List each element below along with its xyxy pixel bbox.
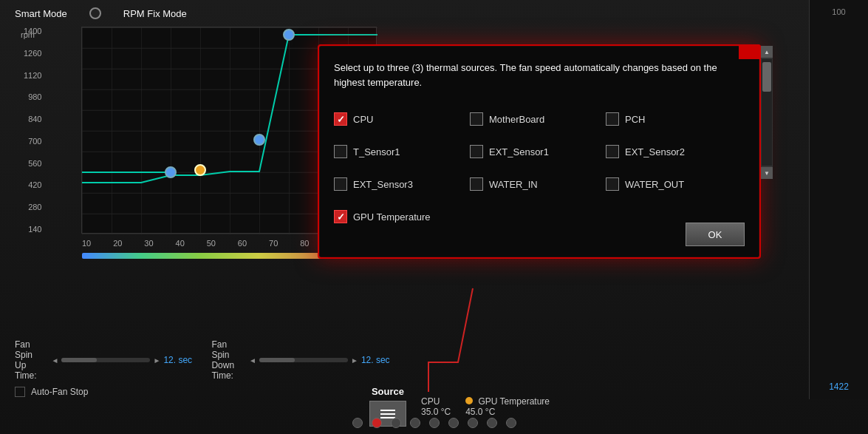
dialog-title: Select up to three (3) thermal sources. … bbox=[334, 61, 745, 89]
right-panel-rpm-value: 1422 bbox=[829, 382, 849, 392]
water-in-checkbox[interactable] bbox=[470, 177, 483, 191]
page-dot-4[interactable] bbox=[429, 418, 440, 428]
gpu-temp-label: GPU Temperature bbox=[465, 396, 550, 407]
pch-checkbox[interactable] bbox=[606, 112, 619, 126]
page-dot-3[interactable] bbox=[410, 418, 420, 428]
gpu-temperature-checkbox[interactable]: ✓ bbox=[334, 210, 347, 223]
dialog-scrollbar[interactable]: ▲ ▼ bbox=[761, 46, 773, 179]
motherboard-checkbox[interactable] bbox=[470, 112, 483, 126]
scroll-thumb[interactable] bbox=[762, 62, 771, 92]
cpu-label: CPU bbox=[421, 396, 451, 407]
page-dots bbox=[352, 418, 516, 428]
checkbox-water-out[interactable]: WATER_OUT bbox=[606, 169, 739, 199]
checkbox-cpu[interactable]: ✓ CPU bbox=[334, 104, 467, 134]
auto-fan-stop-checkbox[interactable] bbox=[15, 387, 25, 397]
thermal-source-dialog: Select up to three (3) thermal sources. … bbox=[318, 44, 761, 259]
checkbox-ext-sensor3[interactable]: EXT_Sensor3 bbox=[334, 169, 467, 199]
auto-fan-stop-label: Auto-Fan Stop bbox=[31, 387, 88, 397]
spin-up-value: 12. sec bbox=[163, 355, 197, 365]
svg-point-14 bbox=[195, 165, 205, 175]
page-dot-2[interactable] bbox=[391, 418, 401, 428]
checkbox-ext-sensor1[interactable]: EXT_Sensor1 bbox=[470, 137, 603, 166]
right-panel-top: 100 bbox=[832, 7, 845, 16]
page-dot-1[interactable] bbox=[372, 418, 382, 428]
ext-sensor3-checkbox[interactable] bbox=[334, 177, 347, 191]
mode-bar: Smart Mode RPM Fix Mode bbox=[15, 7, 325, 19]
main-background: Smart Mode RPM Fix Mode 1400 1260 1120 9… bbox=[0, 0, 868, 434]
auto-fan-row: Auto-Fan Stop bbox=[15, 387, 347, 397]
spin-down-right-arrow[interactable]: ► bbox=[351, 356, 358, 365]
page-dot-6[interactable] bbox=[468, 418, 478, 428]
water-out-checkbox[interactable] bbox=[606, 177, 619, 191]
gpu-dot-icon bbox=[465, 397, 473, 404]
page-dot-8[interactable] bbox=[506, 418, 516, 428]
cpu-temp: 35.0 °C bbox=[421, 407, 451, 417]
page-dot-7[interactable] bbox=[487, 418, 497, 428]
rpm-label: rpm bbox=[21, 30, 35, 39]
page-dot-5[interactable] bbox=[448, 418, 459, 428]
svg-point-13 bbox=[165, 167, 176, 177]
scroll-track[interactable] bbox=[762, 59, 772, 166]
ext-sensor2-checkbox[interactable] bbox=[606, 145, 619, 158]
chart-y-labels: 1400 1260 1120 980 840 700 560 420 280 1… bbox=[24, 27, 41, 234]
spin-down-value: 12. sec bbox=[361, 355, 394, 365]
scroll-down-arrow[interactable]: ▼ bbox=[761, 167, 773, 179]
spin-down-slider-fill bbox=[259, 358, 295, 362]
bottom-controls: Fan Spin Up Time: ◄ ► 12. sec Fan Spin D… bbox=[15, 339, 347, 397]
spin-down-slider-group[interactable]: ◄ ► 12. sec bbox=[249, 355, 394, 365]
spin-time-row: Fan Spin Up Time: ◄ ► 12. sec Fan Spin D… bbox=[15, 339, 347, 381]
checkbox-pch[interactable]: PCH bbox=[606, 104, 739, 134]
page-dot-0[interactable] bbox=[352, 418, 363, 428]
svg-point-16 bbox=[284, 30, 294, 40]
spin-up-slider-fill bbox=[61, 358, 97, 362]
right-panel: 100 1422 bbox=[809, 0, 868, 399]
svg-point-15 bbox=[254, 135, 264, 145]
spin-up-right-arrow[interactable]: ► bbox=[153, 356, 160, 365]
scroll-up-arrow[interactable]: ▲ bbox=[761, 46, 773, 58]
cpu-checkbox[interactable]: ✓ bbox=[334, 112, 347, 126]
checkbox-water-in[interactable]: WATER_IN bbox=[470, 169, 603, 199]
checkbox-gpu-temperature[interactable]: ✓ GPU Temperature bbox=[334, 202, 467, 231]
cpu-info: CPU 35.0 °C bbox=[421, 396, 451, 417]
ext-sensor1-checkbox[interactable] bbox=[470, 145, 483, 158]
spin-down-label: Fan Spin Down Time: bbox=[211, 339, 234, 381]
checkbox-grid: ✓ CPU MotherBoard PCH T_Sensor1 bbox=[334, 104, 745, 231]
t-sensor1-checkbox[interactable] bbox=[334, 145, 347, 158]
checkbox-motherboard[interactable]: MotherBoard bbox=[470, 104, 603, 134]
checkbox-t-sensor1[interactable]: T_Sensor1 bbox=[334, 137, 467, 166]
spin-down-slider-track[interactable] bbox=[259, 358, 348, 362]
gpu-info: GPU Temperature 45.0 °C bbox=[465, 396, 550, 417]
checkbox-ext-sensor2[interactable]: EXT_Sensor2 bbox=[606, 137, 739, 166]
source-label: Source bbox=[372, 386, 404, 397]
spin-up-slider-group[interactable]: ◄ ► 12. sec bbox=[52, 355, 197, 365]
spin-down-left-arrow[interactable]: ◄ bbox=[249, 356, 256, 365]
spin-up-slider-track[interactable] bbox=[61, 358, 150, 362]
smart-mode-label: Smart Mode bbox=[15, 8, 67, 19]
spin-up-left-arrow[interactable]: ◄ bbox=[52, 356, 59, 365]
spin-up-label: Fan Spin Up Time: bbox=[15, 339, 37, 381]
ok-button[interactable]: OK bbox=[686, 223, 745, 246]
rpm-fix-mode-label: RPM Fix Mode bbox=[123, 8, 187, 19]
gpu-temp: 45.0 °C bbox=[465, 407, 550, 417]
rpm-fix-radio[interactable] bbox=[89, 7, 101, 19]
